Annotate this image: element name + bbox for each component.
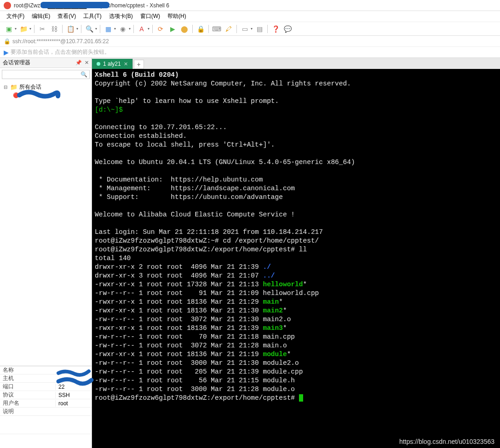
status-dot-icon [97,62,100,66]
transfer-icon[interactable]: ✂ [37,24,47,34]
menu-window[interactable]: 窗口(W) [138,11,163,21]
prop-row-port: 端口 22 [0,383,92,391]
close-panel-icon[interactable]: ✕ [85,60,89,66]
ssh-lock-icon: 🔒 [4,38,11,45]
menu-view[interactable]: 查看(V) [55,11,79,21]
open-icon[interactable]: 📁 [18,24,29,34]
refresh-icon[interactable]: ⟳ [155,24,166,34]
app-icon [4,2,11,9]
prop-row-username: 用户名 root [0,399,92,408]
disconnect-icon[interactable]: ⛓ [49,24,59,34]
address-text: ssh://root:***********@120.77.201.65:22 [12,38,109,45]
stop-icon[interactable]: ▶ [167,24,178,34]
tab-strip: 1 aly21 ✕ + [92,58,500,69]
record-icon[interactable]: ⬤ [179,24,190,34]
tree-session-item[interactable]: 🔴 aly21xxxx [0,91,92,99]
layout-icon[interactable]: ▦ [103,24,113,34]
tab-close-icon[interactable]: ✕ [124,61,128,67]
pin-icon[interactable]: 📌 [75,60,82,66]
keyboard-icon[interactable]: ⌨ [212,24,222,34]
color-icon[interactable]: ◉ [118,24,128,34]
search-icon[interactable]: 🔍 [84,24,94,34]
properties-grid: 名称 主机 端口 22 协议 SSH 用户名 root [0,366,92,434]
tab-label: 1 aly21 [103,61,121,67]
tree-root-label: 所有会话 [19,83,41,91]
menu-help[interactable]: 帮助(H) [165,11,189,21]
session-manager-panel: 会话管理器 📌 ✕ 🔍 ⊟ 📁 所有会话 🔴 aly21xxxx [0,58,92,448]
copy-icon[interactable]: 📋 [65,24,75,34]
menu-bar: 文件(F) 编辑(E) 查看(V) 工具(T) 选项卡(B) 窗口(W) 帮助(… [0,11,500,22]
hint-text: 要添加当前会话，点击左侧的箭头按钮。 [11,48,110,56]
session-search-input[interactable]: 🔍 [2,70,90,79]
sidebar-title: 会话管理器 [3,59,30,67]
toolbar: ▣▾ 📁▾ ✂ ⛓ 📋▾ 🔍▾ ▦▾ ◉▾ A▾ ⟳ ▶ ⬤ 🔒 ⌨ 🖍 ▭▾ … [0,22,500,36]
menu-tools[interactable]: 工具(T) [80,11,104,21]
prop-row-name: 名称 [0,366,92,374]
sidebar-header: 会话管理器 📌 ✕ [0,58,92,68]
font-icon[interactable]: A [137,24,147,34]
windows-icon[interactable]: ▭ [240,24,250,34]
about-icon[interactable]: 💬 [282,24,293,34]
terminal-output[interactable]: Xshell 6 (Build 0204) Copyright (c) 2002… [92,69,500,448]
prop-row-protocol: 协议 SSH [0,391,92,399]
tab-add-button[interactable]: + [134,60,144,69]
content-area: 1 aly21 ✕ + Xshell 6 (Build 0204) Copyri… [92,58,500,448]
redaction-scribble [57,369,93,378]
watermark-text: https://blog.csdn.net/u010323563 [399,438,494,445]
menu-tab[interactable]: 选项卡(B) [106,11,136,21]
new-icon[interactable]: ▣ [4,24,14,34]
hint-bar: ▶ 要添加当前会话，点击左侧的箭头按钮。 [0,47,500,58]
tile-icon[interactable]: ▤ [254,24,264,34]
folder-icon: 📁 [10,84,17,91]
hint-arrow-icon[interactable]: ▶ [4,49,9,56]
tab-session[interactable]: 1 aly21 ✕ [92,59,133,69]
lock-icon[interactable]: 🔒 [195,24,206,34]
help-icon[interactable]: ❓ [270,24,281,34]
expander-icon[interactable]: ⊟ [3,85,8,90]
title-bar: root@iZwz9fz██████████Z: /export/home/cp… [0,0,500,11]
menu-file[interactable]: 文件(F) [4,11,27,21]
redaction-scribble [18,91,60,100]
menu-edit[interactable]: 编辑(E) [29,11,53,21]
search-icon: 🔍 [80,71,87,78]
highlight-icon[interactable]: 🖍 [224,24,234,34]
address-bar[interactable]: 🔒 ssh://root:***********@120.77.201.65:2… [0,36,500,47]
prop-row-description: 说明 [0,408,92,416]
redaction-scribble [40,2,109,8]
session-tree[interactable]: ⊟ 📁 所有会话 🔴 aly21xxxx [0,81,92,366]
